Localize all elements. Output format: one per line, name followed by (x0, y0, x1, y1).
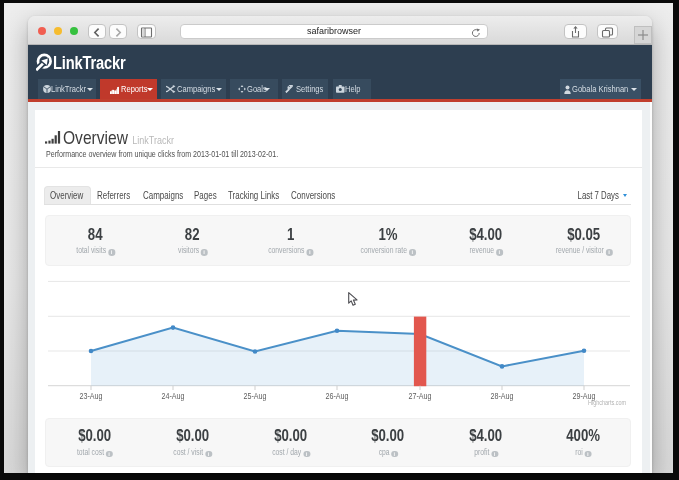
svg-text:24-Aug: 24-Aug (162, 391, 185, 401)
svg-text:Highcharts.com: Highcharts.com (588, 399, 626, 407)
svg-text:23-Aug: 23-Aug (80, 391, 103, 401)
svg-text:26-Aug: 26-Aug (326, 391, 349, 401)
svg-text:25-Aug: 25-Aug (244, 391, 267, 401)
svg-text:27-Aug: 27-Aug (409, 391, 432, 401)
svg-text:28-Aug: 28-Aug (491, 391, 514, 401)
